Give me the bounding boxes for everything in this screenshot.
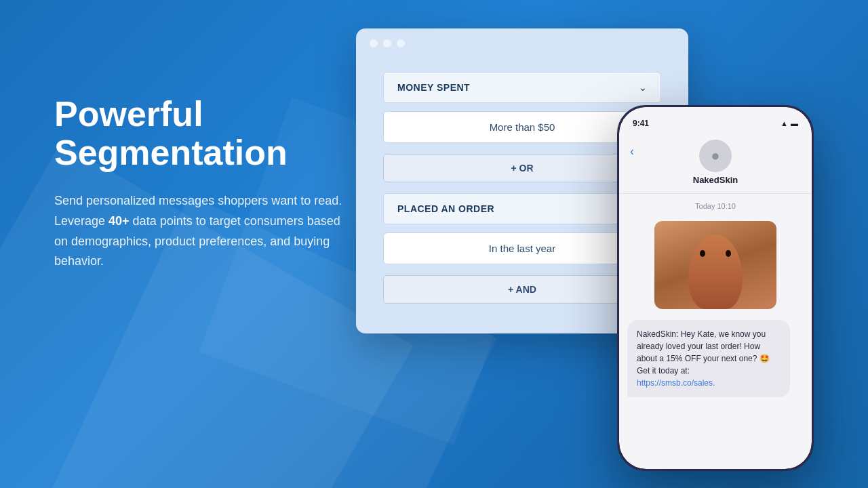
chat-header: ● NakedSkin (619, 134, 812, 194)
description-highlight: 40+ (108, 214, 130, 228)
product-image (654, 221, 776, 309)
phone-time: 9:41 (633, 119, 649, 128)
money-spent-arrow-icon: ⌄ (639, 82, 647, 93)
money-spent-dropdown[interactable]: MONEY SPENT ⌄ (383, 72, 661, 103)
chat-body: Today 10:10 NakedSkin: Hey Kate, we know… (619, 194, 812, 458)
product-image-container (619, 216, 812, 314)
page-headline: Powerful Segmentation (54, 95, 346, 172)
chat-date: Today 10:10 (619, 202, 812, 210)
chat-link[interactable]: https://smsb.co/sales. (637, 378, 715, 388)
eye-right (726, 250, 731, 257)
back-button[interactable]: ‹ (630, 144, 634, 159)
contact-name: NakedSkin (693, 175, 738, 185)
phone-screen: 9:41 ▲ ▬ ‹ ● NakedSkin Today 10:10 (619, 107, 812, 469)
chat-bubble: NakedSkin: Hey Kate, we know you already… (627, 320, 790, 397)
money-spent-label: MONEY SPENT (397, 82, 470, 93)
panel-dot-2 (383, 39, 391, 47)
avatar-icon: ● (711, 147, 719, 165)
panel-dot-3 (397, 39, 405, 47)
chat-message-text: NakedSkin: Hey Kate, we know you already… (637, 329, 770, 375)
panel-header (356, 28, 688, 58)
phone-mockup: 9:41 ▲ ▬ ‹ ● NakedSkin Today 10:10 (617, 105, 814, 471)
placed-order-label: PLACED AN ORDER (397, 203, 494, 214)
phone-status-bar: 9:41 ▲ ▬ (619, 107, 812, 134)
battery-icon: ▬ (791, 119, 798, 127)
phone-status-icons: ▲ ▬ (781, 119, 798, 127)
left-content: Powerful Segmentation Send personalized … (54, 95, 346, 272)
page-description: Send personalized messages shoppers want… (54, 191, 346, 272)
panel-dot-1 (370, 39, 378, 47)
avatar: ● (699, 140, 732, 172)
eye-left (700, 250, 705, 257)
face-detail (692, 231, 739, 292)
wifi-icon: ▲ (781, 119, 788, 127)
